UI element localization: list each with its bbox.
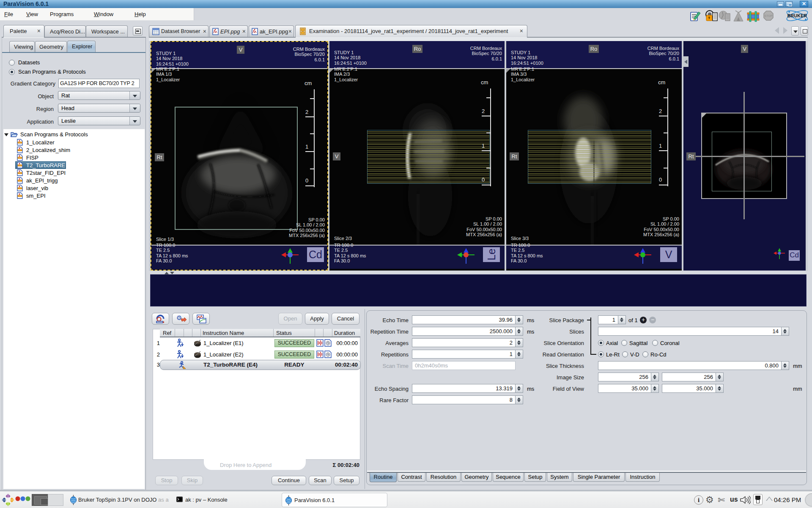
svg-text:BRUKER: BRUKER bbox=[787, 13, 807, 18]
svg-text:⚙: ⚙ bbox=[176, 315, 182, 321]
svg-text:STOP: STOP bbox=[765, 14, 773, 17]
